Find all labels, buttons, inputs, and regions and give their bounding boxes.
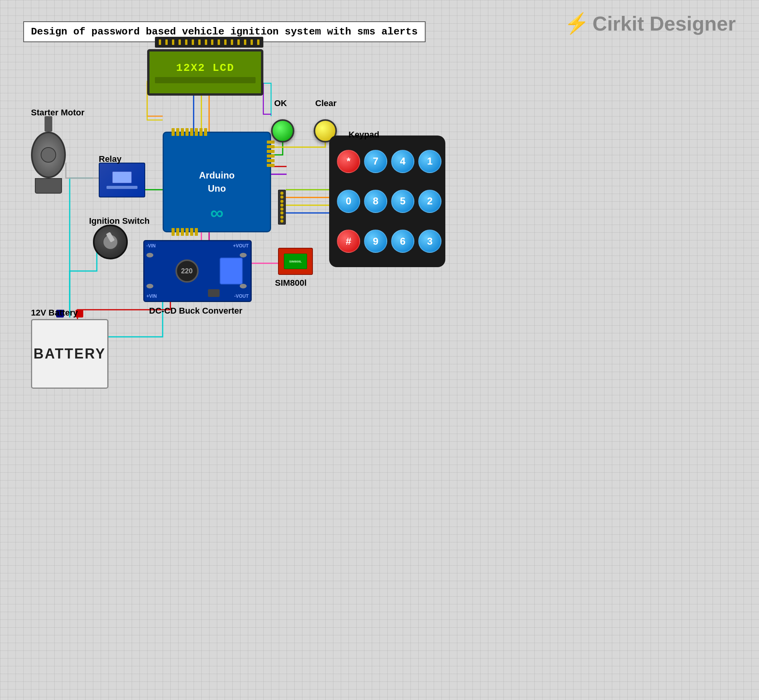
lcd-component: 12X2 LCD <box>147 37 271 96</box>
keypad-key-2[interactable]: 2 <box>418 190 441 213</box>
clear-label: Clear <box>315 98 338 108</box>
ignition-key <box>106 232 115 243</box>
buck-label: DC-CD Buck Converter <box>149 306 242 316</box>
keypad-key-8[interactable]: 8 <box>364 190 387 213</box>
keypad-key-3[interactable]: 3 <box>418 230 441 253</box>
pin <box>204 128 207 136</box>
arduino-pins-bottom <box>172 228 198 236</box>
ignition-body <box>93 225 128 259</box>
motor-label: Starter Motor <box>31 108 84 118</box>
buck-vout-neg: -VOUT <box>234 293 249 299</box>
buck-vin-neg: -VIN <box>146 243 156 249</box>
relay-strip <box>106 186 137 189</box>
pin <box>195 228 198 236</box>
ignition-label: Ignition Switch <box>89 216 149 226</box>
keypad-key-5[interactable]: 5 <box>391 190 414 213</box>
motor-shaft <box>45 116 52 132</box>
keypad-key-0[interactable]: 0 <box>337 190 360 213</box>
terminal <box>146 284 153 288</box>
terminal <box>240 253 247 257</box>
ok-button-container: OK <box>271 109 294 142</box>
sim800l-label: SIM800l <box>275 278 307 288</box>
keypad-key-7[interactable]: 7 <box>364 150 387 173</box>
pin <box>199 128 203 136</box>
relay-component <box>99 163 145 197</box>
ignition-inner <box>103 234 118 250</box>
cirkit-logo: ⚡ Cirkit Designer <box>564 12 736 35</box>
arduino-label: Arduino Uno <box>191 169 244 195</box>
arduino-name: Arduino Uno <box>191 169 244 195</box>
buck-vin-pos: +VIN <box>146 293 157 299</box>
pin-header <box>278 190 286 225</box>
pin <box>267 154 275 158</box>
pin <box>267 150 275 153</box>
pin <box>185 228 189 236</box>
arduino-pins-top <box>172 128 207 136</box>
terminal <box>146 253 153 257</box>
pin <box>190 128 193 136</box>
sim800l-chip: SIM800L <box>284 254 307 269</box>
arduino-pins-right <box>267 141 275 167</box>
buck-vout-pos: +VOUT <box>233 243 249 249</box>
pin <box>190 228 193 236</box>
motor-body <box>31 132 66 178</box>
buck-coil: 220 <box>175 259 199 283</box>
pin <box>176 128 179 136</box>
buck-converter: -VIN +VOUT +VIN -VOUT 220 <box>143 240 252 302</box>
pin <box>267 164 275 167</box>
battery-body: BATTERY <box>31 319 108 389</box>
motor-base <box>35 178 62 194</box>
buck-capacitor <box>220 257 243 285</box>
keypad-label: Keypad <box>349 130 379 140</box>
relay-label: Relay <box>99 154 122 164</box>
ok-label: OK <box>274 98 297 108</box>
keypad-key-1[interactable]: 1 <box>418 150 441 173</box>
pin <box>267 145 275 148</box>
lcd-row2 <box>155 77 256 83</box>
pin <box>181 128 184 136</box>
keypad-key-9[interactable]: 9 <box>364 230 387 253</box>
keypad-key-4[interactable]: 4 <box>391 150 414 173</box>
keypad-key-*[interactable]: * <box>337 150 360 173</box>
battery-label: 12V Battery <box>31 308 78 318</box>
pin <box>176 228 179 236</box>
relay-chip <box>112 172 132 183</box>
cirkit-icon: ⚡ <box>564 12 589 35</box>
terminal <box>240 284 247 288</box>
pin <box>172 228 175 236</box>
lcd-connector <box>155 37 263 48</box>
lcd-screen: 12X2 LCD <box>147 49 263 96</box>
ok-button[interactable] <box>271 119 294 142</box>
arduino-logo: ∞ <box>210 202 223 223</box>
lcd-display-text: 12X2 LCD <box>176 62 234 74</box>
pin <box>181 228 184 236</box>
motor-inner <box>41 147 56 163</box>
pin <box>267 159 275 162</box>
battery-text: BATTERY <box>34 346 106 362</box>
relay-body <box>100 163 144 197</box>
cirkit-brand: Cirkit Designer <box>592 12 736 35</box>
battery: BATTERY <box>31 310 108 395</box>
ignition-switch <box>93 225 128 259</box>
arduino-uno: Arduino Uno ∞ <box>163 132 271 232</box>
sim800l-text: SIM800L <box>289 260 302 263</box>
potentiometer <box>208 289 220 297</box>
pin <box>185 128 189 136</box>
pin <box>195 128 198 136</box>
keypad-key-#[interactable]: # <box>337 230 360 253</box>
pin <box>172 128 175 136</box>
starter-motor <box>31 116 66 194</box>
keypad: *7410852#963 <box>329 136 445 267</box>
sim800l: SIM800L <box>278 248 313 275</box>
title-text: Design of password based vehicle ignitio… <box>31 26 418 38</box>
keypad-key-6[interactable]: 6 <box>391 230 414 253</box>
